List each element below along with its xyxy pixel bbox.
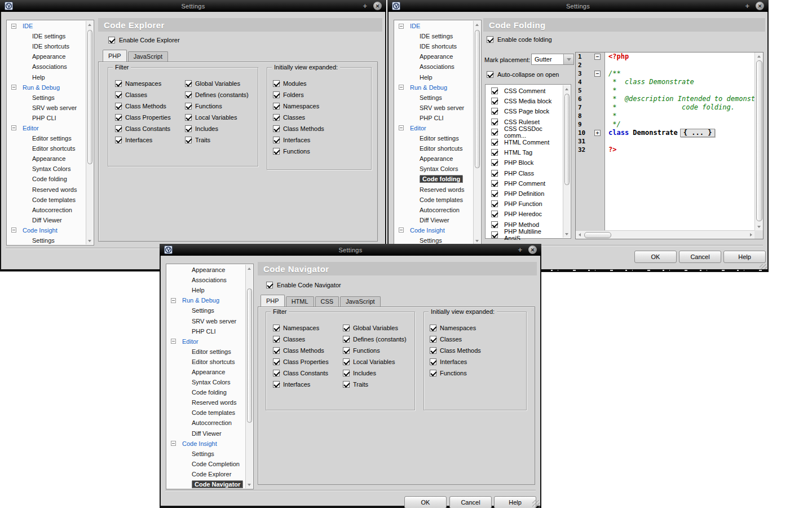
sidebar-item[interactable]: Editor shortcuts xyxy=(395,143,473,154)
checkbox-icon[interactable] xyxy=(273,103,280,110)
collapse-icon[interactable] xyxy=(11,227,16,233)
checkbox-icon[interactable] xyxy=(491,170,498,177)
sidebar-item[interactable]: PHP CLI xyxy=(167,326,245,336)
scroll-down-icon[interactable] xyxy=(246,481,253,488)
sidebar-item[interactable]: Code Navigator xyxy=(167,479,245,488)
sidebar-item[interactable]: Editor xyxy=(167,336,245,347)
checkbox-icon[interactable] xyxy=(491,139,498,146)
expanded-option[interactable]: Modules xyxy=(273,78,324,89)
sidebar-item[interactable]: SRV web server xyxy=(167,316,245,326)
sidebar-item[interactable]: SRV web server xyxy=(395,103,473,113)
sidebar-item[interactable]: Autocorrection xyxy=(7,205,86,215)
sidebar-item[interactable]: Settings xyxy=(7,235,86,244)
filter-option[interactable]: Functions xyxy=(343,345,407,356)
sidebar-item[interactable]: SRV web server xyxy=(7,103,86,113)
checkbox-icon[interactable] xyxy=(491,98,498,104)
filter-option[interactable]: Global Variables xyxy=(343,322,407,334)
sidebar-item[interactable]: Code folding xyxy=(395,174,473,184)
enable-code-folding-row[interactable]: Enable code folding xyxy=(487,36,552,43)
tab[interactable]: PHP xyxy=(261,295,285,306)
tab[interactable]: HTML xyxy=(286,296,314,306)
sidebar-item[interactable]: Reserved words xyxy=(395,185,473,195)
fold-kind-option[interactable]: PHP Definition xyxy=(486,189,562,199)
filter-option[interactable]: Class Constants xyxy=(273,367,329,379)
expanded-option[interactable]: Namespaces xyxy=(273,100,324,112)
tree-scrollbar[interactable] xyxy=(245,265,253,488)
sidebar-item[interactable]: Editor settings xyxy=(395,133,473,143)
fold-kind-option[interactable]: CSS Page block xyxy=(486,106,562,116)
scroll-up-icon[interactable] xyxy=(563,85,570,93)
fold-kind-option[interactable]: PHP Function xyxy=(486,199,562,209)
sidebar-item[interactable]: Code Completion xyxy=(167,459,245,469)
filter-option[interactable]: Defines (constants) xyxy=(185,89,249,100)
expanded-option[interactable]: Classes xyxy=(430,334,481,345)
scroll-thumb[interactable] xyxy=(756,60,762,221)
auto-collapse-checkbox-icon[interactable] xyxy=(487,71,493,78)
tab[interactable]: PHP xyxy=(103,50,127,62)
sidebar-item[interactable]: Diff Viewer xyxy=(167,428,245,439)
tree-scrollbar[interactable] xyxy=(86,21,93,244)
checkbox-icon[interactable] xyxy=(185,103,192,110)
scroll-right-icon[interactable] xyxy=(747,231,754,239)
checkbox-icon[interactable] xyxy=(343,347,350,354)
close-icon[interactable]: ✕ xyxy=(756,2,764,10)
ok-button[interactable]: OK xyxy=(634,251,677,263)
sidebar-item[interactable]: Associations xyxy=(7,62,86,72)
sidebar-item[interactable]: Settings xyxy=(167,305,245,316)
checkbox-icon[interactable] xyxy=(115,91,122,98)
chevron-down-icon[interactable] xyxy=(563,54,573,64)
filter-option[interactable]: Traits xyxy=(343,379,407,390)
checkbox-icon[interactable] xyxy=(491,87,498,94)
expanded-option[interactable]: Interfaces xyxy=(273,134,324,146)
filter-option[interactable]: Class Constants xyxy=(115,123,171,134)
filter-option[interactable]: Namespaces xyxy=(273,322,329,334)
enable-checkbox-icon[interactable] xyxy=(108,37,115,43)
sidebar-item[interactable]: Appearance xyxy=(395,51,473,62)
enable-checkbox-icon[interactable] xyxy=(266,282,273,288)
sidebar-item[interactable]: Appearance xyxy=(167,367,245,377)
filter-option[interactable]: Classes xyxy=(115,89,171,100)
checkbox-icon[interactable] xyxy=(491,129,498,135)
fold-kind-option[interactable]: CSS Media block xyxy=(486,96,562,106)
filter-option[interactable]: Interfaces xyxy=(115,134,171,146)
folding-preview-editor[interactable]: 1−<?php23−/**4 * class Demonstrate5 *6 *… xyxy=(575,52,764,239)
expanded-option[interactable]: Classes xyxy=(273,112,324,123)
scroll-down-icon[interactable] xyxy=(563,230,570,238)
checkbox-icon[interactable] xyxy=(185,125,192,132)
scroll-thumb[interactable] xyxy=(247,288,252,423)
filter-option[interactable]: Namespaces xyxy=(115,78,171,89)
tree-scrollbar[interactable] xyxy=(473,21,480,244)
checkbox-icon[interactable] xyxy=(491,190,498,197)
sidebar-item[interactable]: Help xyxy=(167,285,245,295)
sidebar-item[interactable]: Help xyxy=(395,72,473,82)
expanded-option[interactable]: Folders xyxy=(273,89,324,100)
checkbox-icon[interactable] xyxy=(115,125,122,132)
collapse-icon[interactable] xyxy=(399,24,404,29)
sidebar-item[interactable]: Editor shortcuts xyxy=(167,357,245,367)
checkbox-icon[interactable] xyxy=(273,114,280,121)
sidebar-item[interactable]: Autocorrection xyxy=(395,205,473,215)
close-icon[interactable]: ✕ xyxy=(528,246,537,254)
sidebar-item[interactable]: Appearance xyxy=(167,265,245,275)
expanded-option[interactable]: Class Methods xyxy=(430,345,481,356)
ok-button[interactable]: OK xyxy=(404,496,447,508)
checkbox-icon[interactable] xyxy=(115,80,122,87)
sidebar-item[interactable]: IDE settings xyxy=(7,31,86,41)
sidebar-item[interactable]: Run & Debug xyxy=(7,82,86,93)
sidebar-item[interactable]: Settings xyxy=(395,93,473,103)
checkbox-icon[interactable] xyxy=(273,137,280,143)
checkbox-icon[interactable] xyxy=(273,80,280,87)
checkbox-icon[interactable] xyxy=(491,149,498,156)
scroll-down-icon[interactable] xyxy=(755,223,763,230)
checkbox-icon[interactable] xyxy=(343,381,350,388)
checkbox-icon[interactable] xyxy=(343,358,350,365)
filter-option[interactable]: Class Methods xyxy=(273,345,329,356)
fold-kind-option[interactable]: CSS CSSDoc comm... xyxy=(486,127,562,137)
sidebar-item[interactable]: Settings xyxy=(7,93,86,103)
collapse-icon[interactable] xyxy=(399,85,404,90)
collapse-icon[interactable] xyxy=(11,24,16,29)
checkbox-icon[interactable] xyxy=(273,325,280,331)
sidebar-item[interactable]: IDE xyxy=(7,21,86,31)
cancel-button[interactable]: Cancel xyxy=(449,496,492,508)
sidebar-item[interactable]: Editor xyxy=(7,123,86,133)
